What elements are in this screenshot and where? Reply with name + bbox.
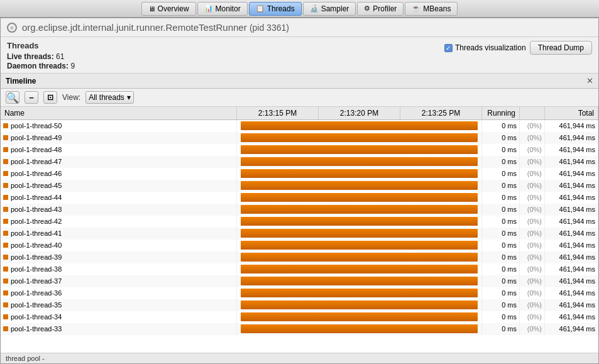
tab-overview-label: Overview [158, 4, 189, 13]
pct-cell: (0%) [520, 263, 545, 275]
timeline-close-button[interactable]: ✕ [586, 76, 593, 85]
thread-name-cell: pool-1-thread-38 [1, 263, 237, 275]
timeline-bar-cell [237, 299, 482, 311]
thread-name: pool-1-thread-36 [11, 289, 62, 297]
thread-dot [3, 243, 8, 248]
tab-mbeans-label: MBeans [423, 4, 451, 13]
table-row[interactable]: pool-1-thread-480 ms(0%)461,944 ms [1, 144, 598, 156]
thread-name-cell: pool-1-thread-41 [1, 228, 237, 240]
thread-name-cell: pool-1-thread-48 [1, 144, 237, 156]
tab-overview[interactable]: 🖥 Overview [141, 2, 196, 16]
table-row[interactable]: pool-1-thread-500 ms(0%)461,944 ms [1, 120, 598, 132]
section-title: Threads [7, 41, 75, 50]
total-cell: 461,944 ms [545, 240, 598, 251]
timeline-bar: Timeline ✕ [1, 74, 598, 89]
tab-threads[interactable]: 📋 Threads [249, 2, 302, 16]
thread-table-container[interactable]: Name 2:13:15 PM 2:13:20 PM 2:13:25 PM Ru… [1, 107, 598, 353]
table-row[interactable]: pool-1-thread-400 ms(0%)461,944 ms [1, 240, 598, 251]
table-row[interactable]: pool-1-thread-490 ms(0%)461,944 ms [1, 132, 598, 144]
zoom-out-button[interactable]: − [25, 91, 38, 104]
thread-name: pool-1-thread-47 [11, 158, 62, 165]
total-cell: 461,944 ms [545, 120, 598, 132]
running-cell: 0 ms [482, 156, 520, 168]
sampler-icon: 🔬 [310, 4, 319, 13]
total-cell: 461,944 ms [545, 180, 598, 192]
thread-dump-button[interactable]: Thread Dump [530, 41, 592, 55]
thread-name-cell: pool-1-thread-35 [1, 299, 237, 311]
thread-name-cell: pool-1-thread-42 [1, 216, 237, 228]
pct-cell: (0%) [520, 168, 545, 180]
zoom-in-button[interactable]: 🔍 [6, 91, 19, 104]
running-cell: 0 ms [482, 263, 520, 275]
table-row[interactable]: pool-1-thread-330 ms(0%)461,944 ms [1, 323, 598, 335]
thread-name-cell: pool-1-thread-50 [1, 120, 237, 132]
pid-label: (pid 3361) [250, 23, 289, 33]
threads-visualization-checkbox[interactable]: ✓ [444, 44, 453, 52]
table-row[interactable]: pool-1-thread-350 ms(0%)461,944 ms [1, 299, 598, 311]
thread-dot [3, 159, 8, 164]
tab-bar: 🖥 Overview 📊 Monitor 📋 Threads 🔬 Sampler… [0, 0, 599, 18]
table-row[interactable]: pool-1-thread-390 ms(0%)461,944 ms [1, 251, 598, 263]
status-text: thread pool - [6, 355, 45, 362]
table-row[interactable]: pool-1-thread-470 ms(0%)461,944 ms [1, 156, 598, 168]
table-row[interactable]: pool-1-thread-410 ms(0%)461,944 ms [1, 228, 598, 240]
threads-visualization-checkbox-label[interactable]: ✓ Threads visualization [444, 43, 526, 52]
timeline-bar-cell [237, 228, 482, 240]
zoom-fit-button[interactable]: ⊡ [43, 91, 57, 104]
thread-timeline-bar [241, 324, 478, 333]
table-row[interactable]: pool-1-thread-340 ms(0%)461,944 ms [1, 311, 598, 323]
pct-cell: (0%) [520, 287, 545, 299]
thread-dot [3, 171, 8, 176]
thread-dot [3, 267, 8, 272]
daemon-threads-value: 9 [70, 62, 75, 70]
tab-monitor-label: Monitor [216, 4, 241, 13]
tab-profiler[interactable]: ⚙ Profiler [357, 2, 404, 16]
total-cell: 461,944 ms [545, 132, 598, 144]
thread-name-cell: pool-1-thread-46 [1, 168, 237, 180]
daemon-threads-label: Daemon threads: [7, 62, 69, 70]
table-row[interactable]: pool-1-thread-370 ms(0%)461,944 ms [1, 275, 598, 287]
table-row[interactable]: pool-1-thread-450 ms(0%)461,944 ms [1, 180, 598, 192]
tab-mbeans[interactable]: ☕ MBeans [405, 2, 458, 16]
running-cell: 0 ms [482, 144, 520, 156]
tab-monitor[interactable]: 📊 Monitor [197, 2, 248, 16]
thread-name: pool-1-thread-44 [11, 194, 62, 201]
zoom-fit-icon: ⊡ [47, 93, 53, 102]
timeline-bar-cell [237, 132, 482, 144]
table-row[interactable]: pool-1-thread-420 ms(0%)461,944 ms [1, 216, 598, 228]
thread-dot [3, 326, 8, 331]
app-icon: ○ [7, 23, 17, 33]
pct-cell: (0%) [520, 180, 545, 192]
thread-stats: Live threads: 61 Daemon threads: 9 [7, 52, 75, 70]
running-cell: 0 ms [482, 311, 520, 323]
thread-table: Name 2:13:15 PM 2:13:20 PM 2:13:25 PM Ru… [1, 107, 598, 335]
table-row[interactable]: pool-1-thread-380 ms(0%)461,944 ms [1, 263, 598, 275]
thread-name: pool-1-thread-48 [11, 146, 62, 153]
col-name: Name [1, 107, 237, 120]
thread-timeline-bar [241, 241, 478, 250]
table-row[interactable]: pool-1-thread-360 ms(0%)461,944 ms [1, 287, 598, 299]
thread-timeline-bar [241, 289, 478, 297]
mbeans-icon: ☕ [412, 4, 420, 13]
total-cell: 461,944 ms [545, 275, 598, 287]
table-row[interactable]: pool-1-thread-440 ms(0%)461,944 ms [1, 192, 598, 204]
thread-name-cell: pool-1-thread-44 [1, 192, 237, 204]
thread-dot [3, 147, 8, 152]
timeline-bar-cell [237, 204, 482, 216]
thread-timeline-bar [241, 205, 478, 214]
threads-icon: 📋 [256, 4, 265, 13]
thread-name: pool-1-thread-43 [11, 206, 62, 213]
table-row[interactable]: pool-1-thread-430 ms(0%)461,944 ms [1, 204, 598, 216]
view-select[interactable]: All threads ▾ [85, 91, 134, 104]
pct-cell: (0%) [520, 216, 545, 228]
running-cell: 0 ms [482, 180, 520, 192]
col-time2: 2:13:20 PM [319, 107, 400, 120]
timeline-bar-cell [237, 287, 482, 299]
tab-sampler-label: Sampler [321, 4, 349, 13]
timeline-bar-cell [237, 156, 482, 168]
thread-dot [3, 135, 8, 140]
total-cell: 461,944 ms [545, 263, 598, 275]
thread-name-cell: pool-1-thread-47 [1, 156, 237, 168]
tab-sampler[interactable]: 🔬 Sampler [303, 2, 356, 16]
table-row[interactable]: pool-1-thread-460 ms(0%)461,944 ms [1, 168, 598, 180]
